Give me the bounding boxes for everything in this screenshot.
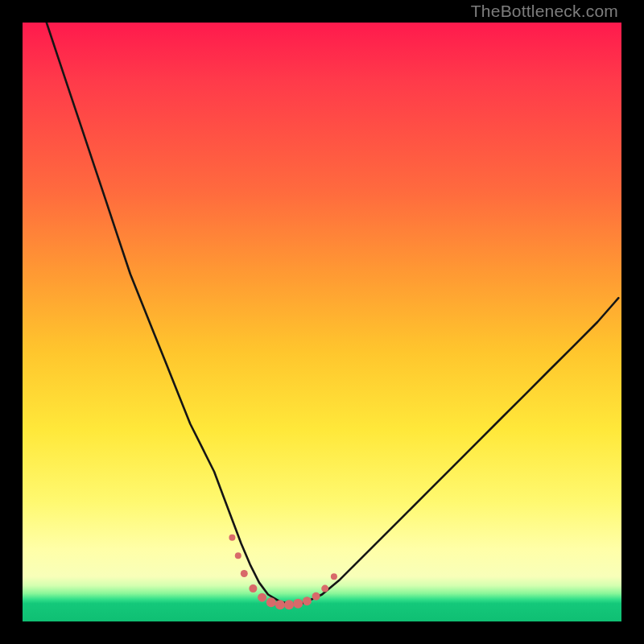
bottom-marker <box>303 597 312 605</box>
bottom-marker <box>321 585 328 592</box>
bottom-marker <box>258 593 266 602</box>
bottom-marker <box>293 599 303 609</box>
bottom-marker <box>229 535 235 541</box>
bottom-marker <box>241 570 248 577</box>
bottom-marker <box>331 573 337 580</box>
bottleneck-curve <box>47 23 619 604</box>
bottom-marker <box>266 597 276 607</box>
curve-layer <box>23 23 621 621</box>
bottom-marker <box>284 600 294 609</box>
plot-area <box>23 23 621 621</box>
watermark-text: TheBottleneck.com <box>471 2 618 21</box>
bottom-marker <box>249 584 257 592</box>
bottom-marker <box>275 600 285 609</box>
bottom-marker-group <box>229 535 337 609</box>
outer-frame: TheBottleneck.com <box>0 0 644 644</box>
bottom-marker <box>235 552 242 559</box>
bottom-marker <box>312 592 320 601</box>
